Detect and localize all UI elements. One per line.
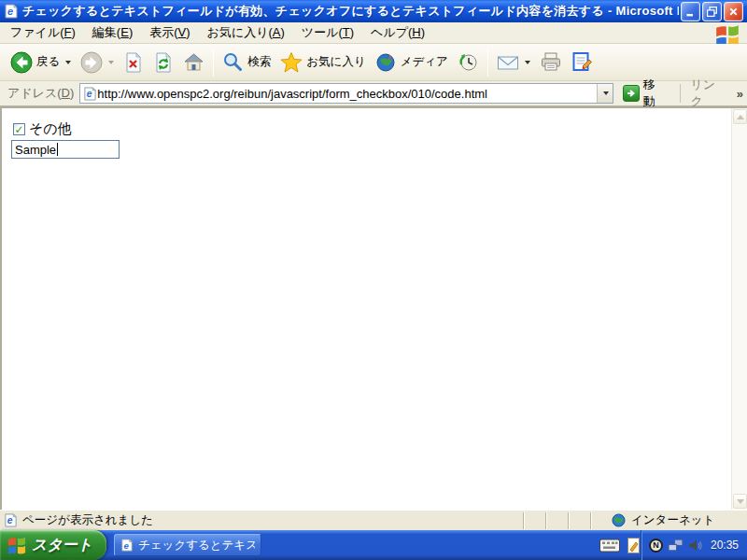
history-icon	[458, 51, 479, 73]
status-message-pane: e ページが表示されました	[0, 512, 523, 528]
status-pane	[523, 512, 545, 529]
refresh-button[interactable]	[148, 50, 178, 75]
checkbox-row: ✓ その他	[13, 120, 72, 138]
close-button[interactable]	[724, 2, 743, 21]
home-button[interactable]	[178, 49, 209, 75]
start-label: スタート	[32, 536, 92, 555]
edit-icon	[571, 51, 593, 73]
search-icon	[222, 51, 244, 73]
media-globe-icon: ♪	[375, 51, 397, 73]
window-title: チェックするとテキストフィールドが有効、チェックオフにするとテキストフィールド内…	[22, 3, 679, 20]
minimize-button[interactable]	[681, 2, 700, 21]
menu-favorites[interactable]: お気に入り(A)	[199, 21, 293, 44]
network-tray-icon[interactable]	[668, 539, 684, 553]
svg-text:e: e	[7, 6, 13, 17]
svg-text:e: e	[124, 540, 130, 551]
forward-dropdown-icon	[108, 61, 114, 64]
scroll-up-button[interactable]	[733, 109, 747, 124]
menu-help[interactable]: ヘルプ(H)	[362, 21, 433, 44]
forward-icon	[80, 51, 103, 74]
menu-tools[interactable]: ツール(T)	[293, 21, 362, 44]
start-button[interactable]: スタート	[0, 530, 106, 560]
status-message: ページが表示されました	[22, 512, 153, 528]
favorites-button[interactable]: お気に入り	[275, 49, 370, 76]
browser-viewport: ✓ その他 Sample	[0, 106, 747, 510]
minimize-icon	[684, 6, 697, 18]
language-bar	[599, 538, 640, 553]
task-button-label: チェックするとテキストフィ...	[138, 538, 255, 553]
taskbar: スタート e チェックするとテキストフィ... N	[0, 530, 747, 560]
title-bar: e チェックするとテキストフィールドが有効、チェックオフにするとテキストフィール…	[0, 0, 747, 22]
checkmark-icon: ✓	[14, 125, 23, 134]
checkbox-label: その他	[29, 120, 72, 138]
svg-text:♪: ♪	[387, 51, 391, 62]
history-button[interactable]	[453, 49, 484, 75]
close-icon	[727, 6, 740, 18]
address-label: アドレス(D)	[7, 85, 74, 102]
security-zone-pane: インターネット	[590, 512, 747, 529]
menu-view[interactable]: 表示(V)	[141, 21, 198, 44]
chevron-more-icon[interactable]: »	[737, 87, 743, 101]
refresh-icon	[153, 52, 174, 73]
back-button[interactable]: 戻る	[6, 49, 76, 76]
volume-tray-icon[interactable]	[688, 539, 703, 553]
chevron-down-icon	[603, 91, 609, 95]
back-icon	[10, 51, 33, 74]
home-icon	[183, 51, 204, 73]
scroll-down-icon	[737, 499, 744, 504]
restore-button[interactable]	[702, 2, 722, 21]
toolbar-separator	[213, 49, 214, 77]
menu-edit[interactable]: 編集(E)	[84, 21, 141, 44]
text-caret	[57, 143, 58, 156]
mail-button[interactable]	[492, 50, 535, 75]
antivirus-tray-icon[interactable]: N	[649, 539, 663, 553]
ie-page-icon: e	[83, 87, 97, 101]
stop-icon	[123, 52, 144, 73]
menu-bar: ファイル(F) 編集(E) 表示(V) お気に入り(A) ツール(T) ヘルプ(…	[0, 22, 747, 44]
system-tray: N 20:35	[641, 530, 747, 560]
vertical-scrollbar[interactable]	[731, 108, 747, 510]
scroll-down-button[interactable]	[733, 494, 747, 509]
svg-text:e: e	[7, 515, 13, 525]
address-url: http://www.openspc2.org/reibun/javascrip…	[97, 87, 597, 101]
address-dropdown-button[interactable]	[597, 84, 613, 103]
status-pane	[568, 512, 590, 529]
stop-button[interactable]	[119, 50, 148, 75]
go-arrow-icon	[623, 85, 640, 102]
toolbar-separator	[487, 49, 488, 77]
status-bar: e ページが表示されました インターネット	[0, 510, 747, 530]
address-input[interactable]: e http://www.openspc2.org/reibun/javascr…	[79, 83, 613, 104]
scroll-up-icon	[737, 115, 744, 119]
desktop: e チェックするとテキストフィールドが有効、チェックオフにするとテキストフィール…	[0, 0, 747, 560]
globe-icon	[612, 513, 626, 527]
ie-page-icon: e	[4, 513, 18, 527]
taskbar-task-button[interactable]: e チェックするとテキストフィ...	[114, 534, 261, 556]
security-zone-label: インターネット	[631, 512, 714, 528]
taskbar-clock: 20:35	[711, 539, 739, 552]
restore-icon	[706, 6, 718, 18]
ie-page-icon: e	[120, 539, 134, 552]
media-button[interactable]: ♪ メディア	[371, 49, 453, 75]
forward-button[interactable]	[76, 49, 119, 76]
text-field-value: Sample	[15, 143, 56, 157]
mail-icon	[497, 52, 519, 73]
ie-document-icon: e	[4, 4, 19, 19]
links-toolbar: リンク »	[680, 84, 743, 103]
ime-icon[interactable]	[627, 538, 640, 553]
text-field[interactable]: Sample	[11, 140, 120, 159]
edit-button[interactable]	[567, 49, 598, 75]
menu-file[interactable]: ファイル(F)	[2, 21, 84, 44]
address-bar: アドレス(D) e http://www.openspc2.org/reibun…	[0, 81, 747, 106]
links-label[interactable]: リンク	[690, 77, 726, 110]
back-dropdown-icon	[65, 61, 71, 64]
keyboard-icon[interactable]	[599, 539, 620, 553]
windows-flag-icon	[7, 536, 26, 554]
svg-text:e: e	[87, 89, 92, 99]
print-button[interactable]	[535, 49, 567, 75]
print-icon	[540, 51, 562, 73]
other-checkbox[interactable]: ✓	[13, 123, 25, 135]
star-icon	[280, 51, 303, 74]
search-button[interactable]: 検索	[218, 49, 275, 75]
status-pane	[545, 512, 568, 529]
mail-dropdown-icon	[525, 61, 530, 64]
